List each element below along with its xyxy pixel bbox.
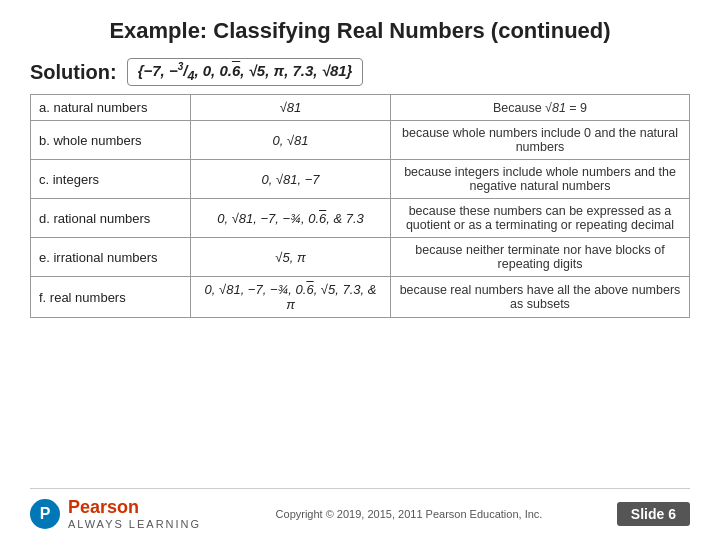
category-cell: a. natural numbers [31,95,191,121]
solution-set: {−7, −3/4, 0, 0.6, √5, π, 7.3, √81} [127,58,364,86]
table-row: d. rational numbers 0, √81, −7, −¾, 0.6,… [31,199,690,238]
footer: P Pearson ALWAYS LEARNING Copyright © 20… [30,488,690,530]
examples-cell: 0, √81, −7, −¾, 0.6, √5, 7.3, & π [191,277,391,318]
reason-cell: Because √81 = 9 [391,95,690,121]
category-cell: b. whole numbers [31,121,191,160]
examples-cell: √5, π [191,238,391,277]
table-row: f. real numbers 0, √81, −7, −¾, 0.6, √5,… [31,277,690,318]
category-cell: c. integers [31,160,191,199]
pearson-logo: P Pearson ALWAYS LEARNING [30,497,201,530]
reason-cell: because whole numbers include 0 and the … [391,121,690,160]
pearson-brand: Pearson ALWAYS LEARNING [68,497,201,530]
table-row: c. integers 0, √81, −7 because integers … [31,160,690,199]
table-row: e. irrational numbers √5, π because neit… [31,238,690,277]
reason-cell: because neither terminate nor have block… [391,238,690,277]
copyright-text: Copyright © 2019, 2015, 2011 Pearson Edu… [276,508,543,520]
main-container: Example: Classifying Real Numbers (conti… [0,0,720,540]
slide-number: Slide 6 [617,502,690,526]
reason-cell: because real numbers have all the above … [391,277,690,318]
reason-cell: because integers include whole numbers a… [391,160,690,199]
examples-cell: √81 [191,95,391,121]
category-cell: d. rational numbers [31,199,191,238]
solution-label: Solution: {−7, −3/4, 0, 0.6, √5, π, 7.3,… [30,58,690,86]
category-cell: e. irrational numbers [31,238,191,277]
pearson-icon: P [30,499,60,529]
category-cell: f. real numbers [31,277,191,318]
table-row: a. natural numbers √81 Because √81 = 9 [31,95,690,121]
classification-table: a. natural numbers √81 Because √81 = 9 b… [30,94,690,318]
examples-cell: 0, √81, −7 [191,160,391,199]
table-row: b. whole numbers 0, √81 because whole nu… [31,121,690,160]
examples-cell: 0, √81 [191,121,391,160]
examples-cell: 0, √81, −7, −¾, 0.6, & 7.3 [191,199,391,238]
reason-cell: because these numbers can be expressed a… [391,199,690,238]
page-title: Example: Classifying Real Numbers (conti… [30,18,690,44]
